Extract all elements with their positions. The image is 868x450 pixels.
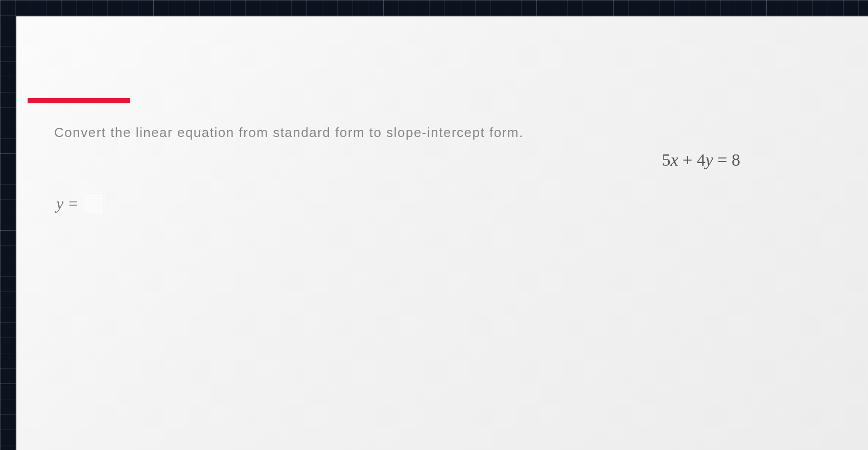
answer-row: y = [56,193,104,214]
plus-operator: + [683,150,692,169]
variable-y: y [706,150,713,169]
rhs-value: 8 [732,150,740,169]
accent-bar [28,98,130,103]
variable-x: x [670,150,678,169]
coefficient-2: 4 [697,150,706,169]
given-equation: 5x + 4y = 8 [662,150,740,170]
coefficient-1: 5 [662,150,670,169]
equals-sign: = [717,150,727,169]
answer-input[interactable] [83,193,104,214]
answer-lhs: y [56,194,63,213]
question-prompt: Convert the linear equation from standar… [54,125,524,141]
question-card: Convert the linear equation from standar… [16,16,868,450]
answer-equals: = [68,194,78,213]
